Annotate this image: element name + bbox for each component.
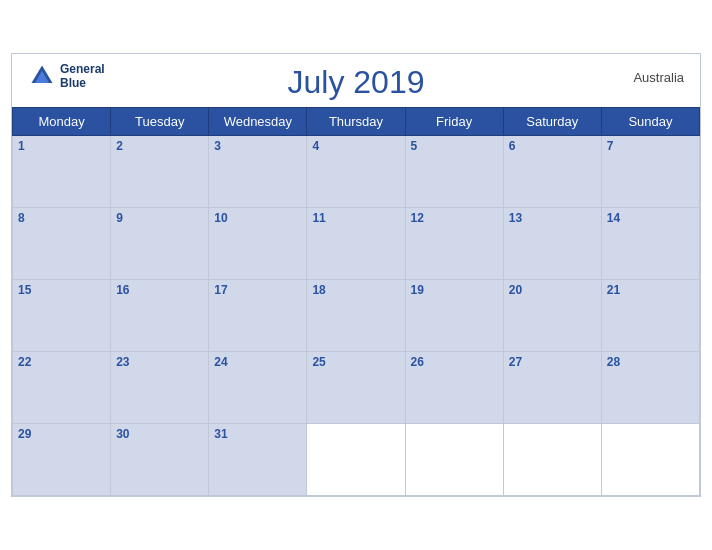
day-number: 18 (312, 283, 399, 297)
day-cell: 23 (111, 352, 209, 424)
calendar-header: General Blue July 2019 Australia (12, 54, 700, 107)
day-cell: 22 (13, 352, 111, 424)
day-cell: 30 (111, 424, 209, 496)
day-cell: 5 (405, 136, 503, 208)
day-number: 2 (116, 139, 203, 153)
day-cell: 2 (111, 136, 209, 208)
day-cell: 21 (601, 280, 699, 352)
day-number: 27 (509, 355, 596, 369)
day-cell: 15 (13, 280, 111, 352)
day-cell: 26 (405, 352, 503, 424)
header-saturday: Saturday (503, 108, 601, 136)
day-number: 13 (509, 211, 596, 225)
day-cell: 6 (503, 136, 601, 208)
week-row-3: 15161718192021 (13, 280, 700, 352)
day-cell: 27 (503, 352, 601, 424)
day-number: 8 (18, 211, 105, 225)
day-number: 10 (214, 211, 301, 225)
day-cell: 8 (13, 208, 111, 280)
header-tuesday: Tuesday (111, 108, 209, 136)
country-label: Australia (633, 70, 684, 85)
day-cell: 3 (209, 136, 307, 208)
day-number: 14 (607, 211, 694, 225)
day-number: 15 (18, 283, 105, 297)
weekday-header-row: Monday Tuesday Wednesday Thursday Friday… (13, 108, 700, 136)
day-number: 29 (18, 427, 105, 441)
day-cell (503, 424, 601, 496)
day-number: 21 (607, 283, 694, 297)
day-cell: 11 (307, 208, 405, 280)
day-number: 22 (18, 355, 105, 369)
day-cell: 28 (601, 352, 699, 424)
day-cell: 24 (209, 352, 307, 424)
day-cell: 12 (405, 208, 503, 280)
week-row-5: 293031 (13, 424, 700, 496)
week-row-4: 22232425262728 (13, 352, 700, 424)
week-row-2: 891011121314 (13, 208, 700, 280)
week-row-1: 1234567 (13, 136, 700, 208)
day-number: 16 (116, 283, 203, 297)
calendar-title: July 2019 (288, 64, 425, 101)
day-number: 19 (411, 283, 498, 297)
day-cell: 4 (307, 136, 405, 208)
day-cell: 10 (209, 208, 307, 280)
day-number: 9 (116, 211, 203, 225)
header-sunday: Sunday (601, 108, 699, 136)
day-number: 23 (116, 355, 203, 369)
day-number: 28 (607, 355, 694, 369)
day-cell: 9 (111, 208, 209, 280)
day-number: 20 (509, 283, 596, 297)
day-number: 26 (411, 355, 498, 369)
logo-text: General Blue (60, 62, 105, 91)
day-cell: 13 (503, 208, 601, 280)
day-cell: 1 (13, 136, 111, 208)
calendar-grid: Monday Tuesday Wednesday Thursday Friday… (12, 107, 700, 496)
day-number: 3 (214, 139, 301, 153)
day-number: 5 (411, 139, 498, 153)
day-number: 7 (607, 139, 694, 153)
day-cell: 18 (307, 280, 405, 352)
calendar: General Blue July 2019 Australia Monday … (11, 53, 701, 497)
day-cell (307, 424, 405, 496)
day-number: 31 (214, 427, 301, 441)
day-number: 12 (411, 211, 498, 225)
day-cell: 7 (601, 136, 699, 208)
header-monday: Monday (13, 108, 111, 136)
day-cell: 14 (601, 208, 699, 280)
day-cell (601, 424, 699, 496)
day-number: 6 (509, 139, 596, 153)
day-number: 17 (214, 283, 301, 297)
day-number: 1 (18, 139, 105, 153)
logo-icon (28, 62, 56, 90)
header-friday: Friday (405, 108, 503, 136)
header-wednesday: Wednesday (209, 108, 307, 136)
day-number: 25 (312, 355, 399, 369)
day-number: 30 (116, 427, 203, 441)
day-cell: 31 (209, 424, 307, 496)
day-cell: 29 (13, 424, 111, 496)
day-cell (405, 424, 503, 496)
day-cell: 17 (209, 280, 307, 352)
header-thursday: Thursday (307, 108, 405, 136)
logo: General Blue (28, 62, 105, 91)
day-cell: 20 (503, 280, 601, 352)
day-number: 4 (312, 139, 399, 153)
day-number: 11 (312, 211, 399, 225)
day-cell: 16 (111, 280, 209, 352)
day-cell: 19 (405, 280, 503, 352)
day-cell: 25 (307, 352, 405, 424)
day-number: 24 (214, 355, 301, 369)
